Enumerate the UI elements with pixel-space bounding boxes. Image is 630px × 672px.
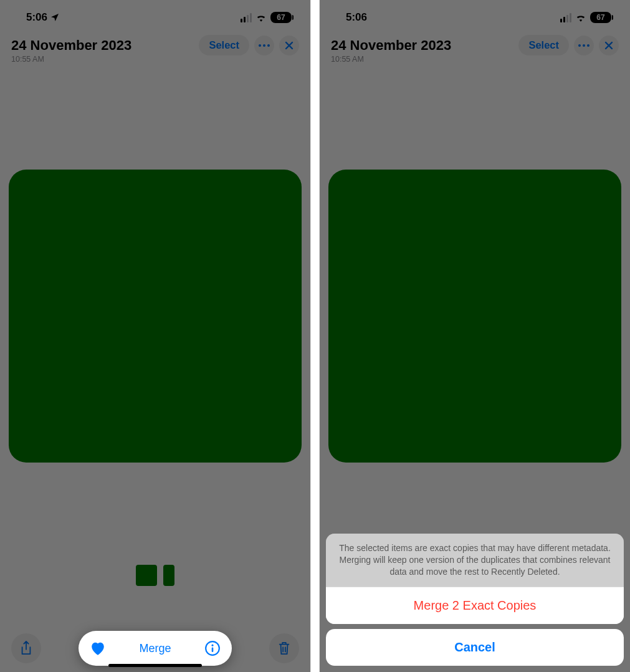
phone-screenshot-left: 5:06 67 24 November 2023 10:55 AM Select [0, 0, 310, 672]
svg-point-2 [267, 44, 270, 47]
photo-viewer [320, 161, 630, 471]
close-button[interactable] [279, 36, 299, 55]
select-button[interactable]: Select [518, 35, 569, 55]
svg-point-4 [211, 645, 213, 646]
location-icon [50, 12, 60, 22]
cancel-button[interactable]: Cancel [326, 629, 624, 666]
screen: 5:06 67 24 November 2023 10:55 AM Select [320, 0, 630, 672]
status-bar: 5:06 67 [320, 0, 630, 31]
delete-button[interactable] [269, 633, 299, 663]
svg-point-1 [263, 44, 265, 47]
merge-button[interactable]: Merge [139, 642, 171, 655]
screenshot-divider [310, 0, 320, 672]
close-icon [285, 41, 294, 50]
svg-point-8 [587, 44, 589, 47]
photo-viewer [0, 161, 310, 471]
photo-main[interactable] [9, 170, 302, 463]
battery-icon: 67 [270, 12, 292, 23]
ellipsis-icon [578, 44, 589, 47]
header: 24 November 2023 10:55 AM Select [0, 31, 310, 67]
share-icon [19, 640, 33, 656]
trash-icon [277, 640, 291, 656]
screen: 5:06 67 24 November 2023 10:55 AM Select [0, 0, 310, 672]
phone-screenshot-right: 5:06 67 24 November 2023 10:55 AM Select [320, 0, 630, 672]
wifi-icon [255, 13, 267, 22]
share-button[interactable] [11, 633, 41, 663]
svg-point-6 [578, 44, 581, 47]
action-sheet-group: The selected items are exact copies that… [326, 534, 624, 624]
info-button[interactable] [204, 640, 221, 656]
close-icon [604, 41, 613, 50]
cellular-icon [560, 13, 572, 22]
cellular-icon [241, 13, 252, 22]
svg-point-7 [583, 44, 585, 47]
more-button[interactable] [574, 36, 594, 55]
thumbnail-2[interactable] [163, 565, 174, 586]
header: 24 November 2023 10:55 AM Select [320, 31, 630, 67]
merge-pill: Merge [79, 631, 232, 666]
select-button[interactable]: Select [199, 35, 249, 55]
status-time: 5:06 [346, 11, 367, 24]
photo-main[interactable] [328, 170, 621, 463]
action-sheet-message: The selected items are exact copies that… [326, 534, 624, 587]
thumbnail-strip [0, 565, 310, 586]
page-subtitle: 10:55 AM [11, 55, 131, 64]
wifi-icon [575, 13, 586, 22]
thumbnail-1[interactable] [136, 565, 157, 586]
ellipsis-icon [259, 44, 270, 47]
page-subtitle: 10:55 AM [331, 55, 451, 64]
action-sheet: The selected items are exact copies that… [326, 534, 624, 666]
page-title: 24 November 2023 [331, 37, 451, 54]
merge-copies-button[interactable]: Merge 2 Exact Copies [326, 587, 624, 624]
status-time: 5:06 [26, 11, 47, 24]
home-indicator[interactable] [108, 664, 202, 667]
svg-point-0 [259, 44, 261, 47]
bottom-toolbar: Merge [0, 630, 310, 667]
status-bar: 5:06 67 [0, 0, 310, 31]
svg-rect-5 [212, 647, 214, 652]
close-button[interactable] [599, 36, 619, 55]
page-title: 24 November 2023 [11, 37, 131, 54]
battery-icon: 67 [590, 12, 611, 23]
more-button[interactable] [254, 36, 274, 55]
favorite-button[interactable] [90, 641, 106, 656]
